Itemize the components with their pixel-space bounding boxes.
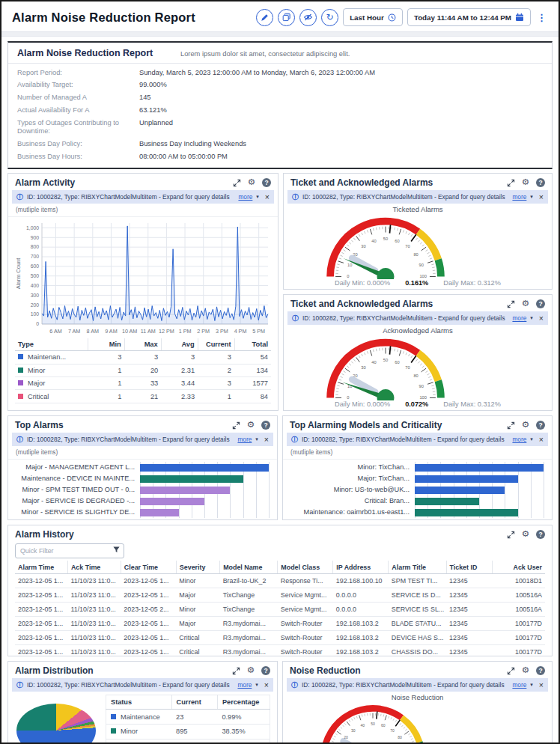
column-header[interactable]: Ticket ID: [446, 561, 492, 574]
column-header[interactable]: Model Class: [278, 561, 333, 574]
more-link[interactable]: more: [237, 436, 252, 443]
column-header[interactable]: Current: [171, 695, 217, 710]
column-header[interactable]: Avg: [161, 338, 198, 351]
bar[interactable]: [140, 509, 179, 516]
column-header[interactable]: Total: [234, 338, 271, 351]
more-link[interactable]: more: [512, 681, 526, 689]
bar[interactable]: [415, 475, 518, 483]
help-icon[interactable]: ?: [536, 299, 545, 308]
svg-text:600: 600: [31, 263, 40, 269]
close-icon[interactable]: ×: [264, 436, 269, 444]
gear-icon[interactable]: ⚙: [247, 421, 255, 430]
gear-icon[interactable]: ⚙: [522, 299, 529, 308]
time-range-preset-button[interactable]: Last Hour: [343, 8, 403, 26]
filter-icon[interactable]: [112, 546, 121, 554]
gear-icon[interactable]: ⚙: [522, 666, 529, 675]
collapse-icon[interactable]: [233, 179, 241, 187]
column-header[interactable]: Severity: [176, 561, 219, 574]
column-header[interactable]: Model Name: [220, 561, 278, 574]
column-header[interactable]: Clear Time: [121, 561, 176, 574]
more-link[interactable]: more: [238, 193, 252, 201]
bar[interactable]: [140, 498, 204, 505]
help-icon[interactable]: ?: [536, 666, 545, 675]
column-header[interactable]: IP Address: [333, 561, 389, 574]
column-header[interactable]: Current: [198, 338, 234, 351]
help-icon[interactable]: ?: [262, 178, 271, 187]
collapse-icon[interactable]: [507, 421, 515, 430]
column-header[interactable]: Status: [106, 695, 172, 710]
more-link[interactable]: more: [512, 436, 526, 443]
refresh-button[interactable]: ↻: [321, 9, 338, 26]
quick-filter-input[interactable]: [15, 543, 124, 558]
bar[interactable]: [415, 487, 505, 494]
eye-slash-icon: [303, 13, 313, 22]
more-link[interactable]: more: [237, 681, 252, 689]
chevron-down-icon[interactable]: ▾: [530, 315, 533, 321]
column-header[interactable]: Percentage: [217, 695, 270, 710]
more-link[interactable]: more: [512, 314, 526, 322]
table-row[interactable]: 2023-12-05 1...11/10/23 11:0...2023-12-0…: [15, 574, 545, 588]
column-header[interactable]: Ack User: [492, 561, 545, 574]
column-header[interactable]: Alarm Title: [389, 561, 446, 574]
close-icon[interactable]: ×: [265, 193, 270, 201]
close-icon[interactable]: ×: [539, 681, 544, 689]
column-header[interactable]: Ack Time: [67, 561, 121, 574]
close-icon[interactable]: ×: [539, 436, 544, 444]
chevron-down-icon[interactable]: ▾: [530, 194, 533, 200]
bar[interactable]: [415, 498, 479, 505]
table-row[interactable]: Minor89538.35%: [106, 724, 270, 739]
calendar-icon: [515, 13, 524, 22]
gear-icon[interactable]: ⚙: [522, 178, 529, 187]
chevron-down-icon[interactable]: ▾: [530, 436, 533, 442]
edit-button[interactable]: [256, 9, 273, 26]
column-header[interactable]: Alarm Time: [15, 561, 67, 574]
help-icon[interactable]: ?: [261, 666, 270, 675]
table-row[interactable]: Major1K50.90%: [106, 739, 270, 744]
collapse-icon[interactable]: [507, 667, 515, 675]
table-row[interactable]: Critical1212.33184: [15, 390, 271, 403]
more-link[interactable]: more: [512, 193, 526, 201]
collapse-icon[interactable]: [507, 300, 515, 308]
table-row[interactable]: 2023-12-05 1...11/10/23 11:0...2023-12-0…: [15, 645, 545, 656]
table-row[interactable]: 2023-12-05 1...11/10/23 11:0...2023-12-0…: [15, 603, 545, 617]
column-header[interactable]: Min: [88, 338, 124, 351]
kebab-menu[interactable]: ⋮: [535, 12, 548, 23]
collapse-icon[interactable]: [232, 421, 240, 430]
close-icon[interactable]: ×: [264, 681, 269, 689]
chevron-down-icon[interactable]: ▾: [256, 194, 259, 200]
bar[interactable]: [140, 464, 269, 472]
close-icon[interactable]: ×: [539, 314, 544, 323]
gear-icon[interactable]: ⚙: [248, 178, 255, 187]
chevron-down-icon[interactable]: ▾: [530, 682, 533, 688]
bar[interactable]: [415, 509, 518, 516]
table-row[interactable]: 2023-12-05 1...11/10/23 11:0...2023-12-0…: [15, 631, 545, 645]
table-row[interactable]: 2023-12-05 1...11/10/23 11:0...2023-12-0…: [15, 588, 545, 603]
table-row[interactable]: 2023-12-05 1...11/10/23 11:0...2023-12-0…: [15, 617, 545, 631]
bar[interactable]: [140, 475, 243, 483]
chevron-down-icon[interactable]: ▾: [255, 682, 258, 688]
date-range-button[interactable]: Today 11:44 AM to 12:44 PM: [407, 8, 531, 26]
bar[interactable]: [415, 464, 544, 472]
collapse-icon[interactable]: [507, 531, 515, 539]
close-icon[interactable]: ×: [539, 193, 544, 201]
help-icon[interactable]: ?: [536, 421, 545, 430]
help-icon[interactable]: ?: [536, 530, 545, 539]
table-row[interactable]: Minor1202.312134: [15, 364, 271, 376]
column-header[interactable]: Max: [124, 338, 161, 351]
gear-icon[interactable]: ⚙: [247, 666, 255, 675]
collapse-icon[interactable]: [507, 179, 515, 187]
help-icon[interactable]: ?: [261, 421, 270, 430]
help-icon[interactable]: ?: [536, 178, 545, 187]
bar[interactable]: [140, 487, 230, 494]
collapse-icon[interactable]: [232, 667, 240, 675]
table-row[interactable]: Maintenan...333354: [15, 351, 271, 364]
table-cell: Major: [15, 376, 88, 389]
copy-button[interactable]: [278, 9, 295, 26]
table-row[interactable]: Maintenance230.99%: [106, 710, 270, 725]
column-header[interactable]: Type: [15, 338, 88, 351]
chevron-down-icon[interactable]: ▾: [255, 436, 258, 442]
hide-button[interactable]: [299, 9, 317, 26]
table-row[interactable]: Major1333.4431577: [15, 376, 271, 389]
gear-icon[interactable]: ⚙: [522, 530, 529, 539]
gear-icon[interactable]: ⚙: [522, 421, 529, 430]
